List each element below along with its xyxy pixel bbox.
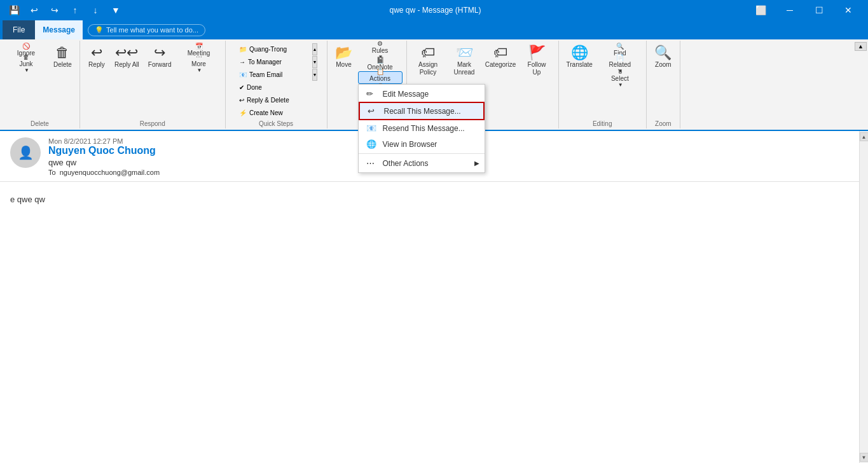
select-icon: 🖱 (617, 68, 623, 75)
zoom-button[interactable]: 🔍 Zoom (651, 43, 676, 83)
quickstep-icon-6: ⚡ (239, 109, 247, 116)
assign-policy-icon: 🏷 (421, 46, 435, 60)
quickstep-done[interactable]: ✔ Done (235, 81, 311, 93)
onenote-icon: 📓 (376, 57, 384, 64)
to-address: nguyenquocchuong@gmail.com (60, 169, 160, 176)
zoom-icon: 🔍 (654, 46, 672, 60)
reply-button[interactable]: ↩ Reply (84, 43, 109, 83)
actions-dropdown: 📋 Actions ▼ ✏ Edit Message (358, 71, 403, 84)
vertical-scrollbar: ▲ ▼ (859, 131, 868, 463)
follow-up-button[interactable]: 🚩 Follow Up (520, 43, 555, 83)
respond-group-label: Respond (140, 120, 165, 128)
quicksteps-scroll-up[interactable]: ▲ (312, 43, 317, 55)
title-bar: 💾 ↩ ↪ ↑ ↓ ▼ qwe qw - Message (HTML) ⬜ ─ … (0, 0, 868, 20)
tell-me-label: Tell me what you want to do... (106, 26, 198, 34)
translate-button[interactable]: 🌐 Translate (563, 43, 596, 83)
qat-redo-button[interactable]: ↪ (46, 1, 64, 19)
tab-file[interactable]: File (3, 20, 35, 39)
mark-unread-icon: 📨 (456, 46, 473, 60)
related-icon: 📄 (616, 54, 624, 61)
actions-menu: ✏ Edit Message ↩ Recall This Message... … (358, 84, 485, 173)
qat-more-button[interactable]: ▼ (107, 1, 125, 19)
qat-undo-button[interactable]: ↩ (25, 1, 43, 19)
rules-icon: ⚙ (377, 40, 383, 47)
quickstep-icon-1: 📁 (239, 46, 247, 53)
quicksteps-group-label: Quick Steps (259, 120, 293, 128)
edit-icon: ✏ (366, 89, 379, 99)
delete-button[interactable]: 🗑 Delete (50, 43, 76, 83)
assign-policy-button[interactable]: 🏷 Assign Policy (411, 43, 446, 83)
delete-icon: 🗑 (55, 46, 69, 60)
actions-icon: 📋 (376, 68, 384, 75)
quickstep-quang-trong[interactable]: 📁 Quang-Trong (235, 43, 311, 55)
email-body: e qwe qw (0, 182, 859, 217)
rules-button[interactable]: ⚙ Rules ▼ (358, 43, 403, 56)
quickstep-create-new[interactable]: ⚡ Create New (235, 107, 311, 119)
minimize-button[interactable]: ─ (775, 0, 804, 20)
forward-icon: ↪ (154, 46, 165, 60)
scroll-down-button[interactable]: ▼ (860, 453, 869, 462)
reply-all-icon: ↩↩ (115, 46, 138, 60)
move-button[interactable]: 📂 Move (331, 43, 357, 83)
browser-icon: 🌐 (366, 139, 379, 149)
qat-up-button[interactable]: ↑ (66, 1, 84, 19)
ribbon-group-respond: ↩ Reply ↩↩ Reply All ↪ Forward 📅 (80, 41, 226, 128)
zoom-group-label: Zoom (655, 120, 672, 128)
ribbon-group-delete: 🚫 Ignore 🗑 Junk ▼ 🗑 Delete D (0, 41, 80, 128)
quickstep-to-manager[interactable]: → To Manager (235, 56, 311, 68)
ribbon-group-zoom: 🔍 Zoom Zoom (647, 41, 680, 128)
tab-message[interactable]: Message (35, 20, 83, 39)
quicksteps-scroll-down[interactable]: ▼ (312, 56, 317, 68)
mark-unread-button[interactable]: 📨 Mark Unread (447, 43, 482, 83)
resend-icon: 📧 (366, 123, 379, 133)
menu-item-edit-message[interactable]: ✏ Edit Message (359, 86, 485, 102)
maximize-button[interactable]: ☐ (804, 0, 834, 20)
menu-item-view-browser[interactable]: 🌐 View in Browser (359, 136, 485, 152)
menu-divider (359, 153, 485, 154)
quicksteps-list: 📁 Quang-Trong → To Manager 📧 Team Email (235, 43, 311, 119)
ribbon-group-move: 📂 Move ⚙ Rules ▼ 📓 OneNote (327, 41, 407, 128)
find-icon: 🔍 (616, 43, 624, 50)
scroll-up-button[interactable]: ▲ (860, 132, 869, 141)
quicksteps-expand[interactable]: ▼ (312, 69, 317, 81)
menu-item-recall[interactable]: ↩ Recall This Message... (359, 102, 485, 120)
more-respond-button[interactable]: ⋯ More ▼ (177, 57, 221, 69)
ribbon-tabs: File Message 💡 Tell me what you want to … (0, 20, 868, 39)
select-button[interactable]: 🖱 Select ▼ (598, 71, 642, 84)
scrollbar-track (861, 142, 867, 452)
ribbon-group-editing: 🌐 Translate 🔍 Find 📄 Related ▼ (559, 41, 647, 128)
ribbon-group-quicksteps: 📁 Quang-Trong → To Manager 📧 Team Email (226, 41, 327, 128)
quicksteps-scrollbar: ▲ ▼ ▼ (312, 43, 317, 81)
email-content: 👤 Mon 8/2/2021 12:27 PM Nguyen Quoc Chuo… (0, 131, 859, 463)
quickstep-team-email[interactable]: 📧 Team Email (235, 69, 311, 81)
lightbulb-icon: 💡 (95, 26, 104, 34)
ribbon-collapse-button[interactable]: ▲ (855, 42, 867, 51)
to-label: To (48, 169, 56, 176)
ignore-icon: 🚫 (22, 43, 30, 50)
editing-group-label: Editing (593, 120, 612, 128)
actions-button[interactable]: 📋 Actions ▼ (358, 71, 403, 84)
junk-button[interactable]: 🗑 Junk ▼ (4, 57, 48, 69)
junk-icon: 🗑 (23, 53, 29, 60)
categorize-button[interactable]: 🏷 Categorize (483, 43, 518, 83)
ribbon: 🚫 Ignore 🗑 Junk ▼ 🗑 Delete D (0, 39, 868, 131)
quickstep-icon-3: 📧 (239, 71, 247, 78)
quickstep-icon-2: → (239, 59, 245, 66)
reply-icon: ↩ (91, 46, 102, 60)
more-icon: ⋯ (196, 53, 202, 60)
quickstep-reply-delete[interactable]: ↩ Reply & Delete (235, 94, 311, 106)
restore-button[interactable]: ⬜ (746, 0, 775, 20)
menu-item-resend[interactable]: 📧 Resend This Message... (359, 120, 485, 136)
forward-button[interactable]: ↪ Forward (144, 43, 176, 83)
menu-item-other-actions[interactable]: ⋯ Other Actions ▶ (359, 155, 485, 171)
close-button[interactable]: ✕ (834, 0, 863, 20)
qat-down-button[interactable]: ↓ (86, 1, 104, 19)
tell-me-input[interactable]: 💡 Tell me what you want to do... (88, 24, 205, 36)
reply-all-button[interactable]: ↩↩ Reply All (111, 43, 143, 83)
move-icon: 📂 (335, 46, 352, 60)
meeting-icon: 📅 (195, 43, 203, 50)
sender-avatar: 👤 (10, 137, 41, 168)
qat-save-button[interactable]: 💾 (5, 1, 23, 19)
translate-icon: 🌐 (571, 46, 588, 60)
recall-icon: ↩ (368, 106, 380, 116)
